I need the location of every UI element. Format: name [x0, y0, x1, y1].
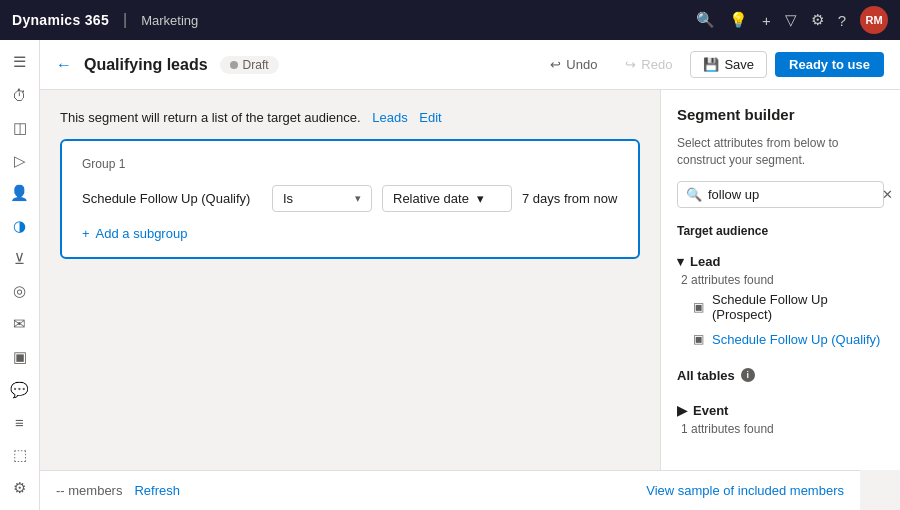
sidebar-icon-settings[interactable]: ⚙ [4, 473, 36, 502]
nav-divider: | [123, 11, 127, 29]
sub-header: ← Qualifying leads Draft ↩ Undo ↪ Redo 💾… [40, 40, 900, 90]
back-button[interactable]: ← [56, 56, 72, 74]
status-badge: Draft [220, 56, 279, 74]
undo-icon: ↩ [550, 57, 561, 72]
header-actions: ↩ Undo ↪ Redo 💾 Save Ready to use [540, 51, 884, 78]
status-label: Draft [243, 58, 269, 72]
sidebar-icon-contacts[interactable]: 👤 [4, 179, 36, 208]
undo-button[interactable]: ↩ Undo [540, 52, 607, 77]
sidebar-icon-library[interactable]: ≡ [4, 408, 36, 437]
condition-row: Schedule Follow Up (Qualify) Is ▾ Relati… [82, 185, 618, 212]
condition-value: 7 days from now [522, 191, 617, 206]
chevron-down-icon-2: ▾ [477, 191, 484, 206]
all-tables-row: All tables i [677, 364, 884, 387]
brand-name: Dynamics 365 [12, 12, 109, 28]
sidebar-icon-forms[interactable]: ▣ [4, 342, 36, 371]
help-icon[interactable]: ? [838, 12, 846, 29]
status-dot [230, 61, 238, 69]
plus-icon[interactable]: + [762, 12, 771, 29]
builder-title: Segment builder [677, 106, 884, 123]
group-box: Group 1 Schedule Follow Up (Qualify) Is … [60, 139, 640, 259]
save-button[interactable]: 💾 Save [690, 51, 767, 78]
footer: -- members Refresh View sample of includ… [40, 470, 860, 510]
sidebar-icon-globe[interactable]: ◎ [4, 277, 36, 306]
view-sample-link[interactable]: View sample of included members [646, 483, 844, 498]
redo-button[interactable]: ↪ Redo [615, 52, 682, 77]
attr-label-prospect: Schedule Follow Up (Prospect) [712, 292, 884, 322]
topnav-icons: 🔍 💡 + ▽ ⚙ ? RM [696, 6, 888, 34]
audience-type-link[interactable]: Leads [372, 110, 407, 125]
refresh-link[interactable]: Refresh [134, 483, 180, 498]
attr-item-qualify[interactable]: ▣ Schedule Follow Up (Qualify) [677, 327, 884, 352]
main-layout: ☰ ⏱ ◫ ▷ 👤 ◑ ⊻ ◎ ✉ ▣ 💬 ≡ ⬚ ⚙ ← Qualifying… [0, 40, 900, 510]
search-input[interactable] [708, 187, 876, 202]
group-label: Group 1 [82, 157, 618, 171]
search-icon: 🔍 [686, 187, 702, 202]
app-name: Marketing [141, 13, 198, 28]
lead-label: Lead [690, 254, 720, 269]
redo-icon: ↪ [625, 57, 636, 72]
lead-expandable[interactable]: ▾ Lead [677, 250, 884, 273]
sidebar-icon-email[interactable]: ✉ [4, 310, 36, 339]
save-icon: 💾 [703, 57, 719, 72]
sidebar-icon-chart[interactable]: ⬚ [4, 441, 36, 470]
info-bar: This segment will return a list of the t… [60, 110, 640, 125]
event-count: 1 attributes found [681, 422, 884, 436]
content-area: ← Qualifying leads Draft ↩ Undo ↪ Redo 💾… [40, 40, 900, 510]
sidebar-icon-chat[interactable]: 💬 [4, 375, 36, 404]
page-title: Qualifying leads [84, 56, 208, 74]
sidebar-icon-recent[interactable]: ⏱ [4, 81, 36, 110]
settings-icon[interactable]: ⚙ [811, 11, 824, 29]
plus-icon: + [82, 226, 90, 241]
clear-icon[interactable]: ✕ [882, 187, 893, 202]
segment-builder-panel: Segment builder Select attributes from b… [660, 90, 900, 470]
sidebar-icon-journeys[interactable]: ▷ [4, 146, 36, 175]
user-avatar[interactable]: RM [860, 6, 888, 34]
segment-canvas: This segment will return a list of the t… [40, 90, 660, 470]
target-audience-label: Target audience [677, 224, 884, 238]
attr-icon-prospect: ▣ [693, 300, 704, 314]
lightbulb-icon[interactable]: 💡 [729, 11, 748, 29]
topnav: Dynamics 365 | Marketing 🔍 💡 + ▽ ⚙ ? RM [0, 0, 900, 40]
builder-description: Select attributes from below to construc… [677, 135, 884, 169]
attr-icon-qualify: ▣ [693, 332, 704, 346]
search-icon[interactable]: 🔍 [696, 11, 715, 29]
lead-count: 2 attributes found [681, 273, 884, 287]
event-label: Event [693, 403, 728, 418]
members-count: -- members [56, 483, 122, 498]
search-box[interactable]: 🔍 ✕ [677, 181, 884, 208]
add-subgroup-button[interactable]: + Add a subgroup [82, 226, 618, 241]
sidebar-icon-segments[interactable]: ◑ [4, 212, 36, 241]
left-sidebar: ☰ ⏱ ◫ ▷ 👤 ◑ ⊻ ◎ ✉ ▣ 💬 ≡ ⬚ ⚙ [0, 40, 40, 510]
chevron-down-icon-lead: ▾ [677, 254, 684, 269]
event-expandable[interactable]: ▶ Event [677, 399, 884, 422]
condition-attribute: Schedule Follow Up (Qualify) [82, 191, 262, 206]
attr-item-prospect[interactable]: ▣ Schedule Follow Up (Prospect) [677, 287, 884, 327]
lead-section: ▾ Lead 2 attributes found ▣ Schedule Fol… [677, 250, 884, 352]
chevron-right-icon-event: ▶ [677, 403, 687, 418]
sidebar-icon-menu[interactable]: ☰ [4, 48, 36, 77]
workspace: This segment will return a list of the t… [40, 90, 900, 470]
info-icon[interactable]: i [741, 368, 755, 382]
event-section: ▶ Event 1 attributes found [677, 399, 884, 436]
chevron-down-icon: ▾ [355, 192, 361, 205]
all-tables-label: All tables [677, 368, 735, 383]
edit-link[interactable]: Edit [419, 110, 441, 125]
date-type-dropdown[interactable]: Relative date ▾ [382, 185, 512, 212]
attr-label-qualify: Schedule Follow Up (Qualify) [712, 332, 880, 347]
filter-icon[interactable]: ▽ [785, 11, 797, 29]
ready-button[interactable]: Ready to use [775, 52, 884, 77]
sidebar-icon-filter[interactable]: ⊻ [4, 244, 36, 273]
sidebar-icon-analytics[interactable]: ◫ [4, 113, 36, 142]
operator-dropdown[interactable]: Is ▾ [272, 185, 372, 212]
